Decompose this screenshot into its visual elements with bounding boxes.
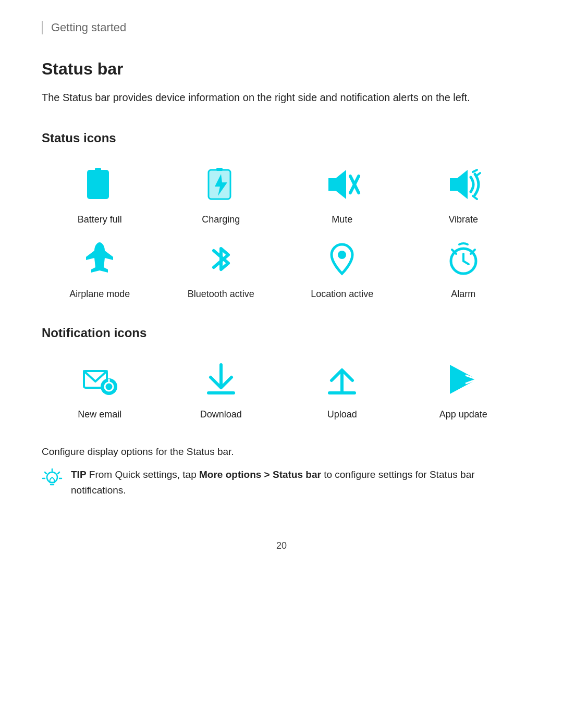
location-label: Location active	[311, 289, 373, 300]
mute-icon	[323, 166, 361, 203]
battery-full-label: Battery full	[78, 214, 122, 225]
status-icons-grid: Battery full Charging Mute	[42, 161, 521, 300]
mute-icon-box	[319, 161, 365, 208]
tip-label: TIP	[71, 469, 87, 480]
page-title: Status bar	[42, 59, 521, 79]
notification-icons-grid: New email Download Upload	[42, 356, 521, 420]
tip-text: TIP From Quick settings, tap More option…	[71, 467, 521, 499]
vibrate-item: Vibrate	[406, 161, 522, 225]
mute-item: Mute	[284, 161, 400, 225]
svg-rect-0	[87, 170, 109, 199]
new-email-item: New email	[42, 356, 158, 420]
breadcrumb: Getting started	[42, 21, 521, 34]
airplane-mode-icon-box	[76, 236, 123, 282]
app-update-label: App update	[439, 409, 487, 420]
svg-line-33	[58, 472, 59, 474]
alarm-icon-box	[440, 236, 487, 282]
upload-icon	[323, 361, 361, 398]
location-icon	[323, 240, 361, 278]
svg-marker-27	[450, 365, 477, 394]
upload-label: Upload	[327, 409, 357, 420]
page-number: 20	[42, 540, 521, 551]
upload-icon-box	[319, 356, 365, 403]
new-email-icon	[81, 361, 118, 398]
tip-body: From Quick settings, tap	[87, 469, 199, 480]
battery-full-icon-box	[76, 161, 123, 208]
section-description: The Status bar provides device informati…	[42, 89, 521, 106]
app-update-icon	[445, 361, 482, 398]
alarm-item: Alarm	[406, 236, 522, 300]
svg-rect-1	[95, 168, 101, 171]
tip-bold: More options > Status bar	[199, 469, 321, 480]
alarm-icon	[445, 240, 482, 278]
battery-full-icon	[81, 166, 118, 203]
charging-label: Charging	[202, 214, 240, 225]
svg-line-10	[473, 170, 477, 172]
bluetooth-item: Bluetooth active	[163, 236, 279, 300]
svg-line-11	[476, 173, 480, 176]
svg-marker-9	[450, 170, 468, 199]
battery-full-item: Battery full	[42, 161, 158, 225]
upload-item: Upload	[284, 356, 400, 420]
bluetooth-label: Bluetooth active	[188, 289, 254, 300]
charging-icon-box	[198, 161, 244, 208]
mute-label: Mute	[332, 214, 352, 225]
configure-text: Configure display options for the Status…	[42, 446, 521, 458]
svg-marker-6	[328, 170, 346, 199]
location-icon-box	[319, 236, 365, 282]
tip-box: TIP From Quick settings, tap More option…	[42, 467, 521, 499]
vibrate-icon-box	[440, 161, 487, 208]
svg-point-13	[338, 251, 346, 259]
svg-rect-4	[216, 168, 223, 171]
charging-item: Charging	[163, 161, 279, 225]
status-icons-heading: Status icons	[42, 131, 521, 145]
airplane-mode-item: Airplane mode	[42, 236, 158, 300]
svg-line-16	[463, 261, 469, 264]
svg-line-12	[473, 196, 477, 199]
app-update-item: App update	[406, 356, 522, 420]
location-item: Location active	[284, 236, 400, 300]
charging-icon	[202, 166, 240, 203]
airplane-mode-label: Airplane mode	[69, 289, 130, 300]
svg-line-32	[45, 472, 46, 474]
download-label: Download	[200, 409, 242, 420]
tip-lightbulb-icon	[42, 468, 63, 489]
alarm-label: Alarm	[451, 289, 475, 300]
bluetooth-icon	[202, 240, 240, 278]
vibrate-label: Vibrate	[448, 214, 478, 225]
airplane-mode-icon	[81, 240, 118, 278]
vibrate-icon	[445, 166, 482, 203]
download-icon-box	[198, 356, 244, 403]
download-icon	[202, 361, 240, 398]
app-update-icon-box	[440, 356, 487, 403]
notification-icons-heading: Notification icons	[42, 326, 521, 340]
new-email-icon-box	[76, 356, 123, 403]
bluetooth-icon-box	[198, 236, 244, 282]
download-item: Download	[163, 356, 279, 420]
new-email-label: New email	[78, 409, 121, 420]
